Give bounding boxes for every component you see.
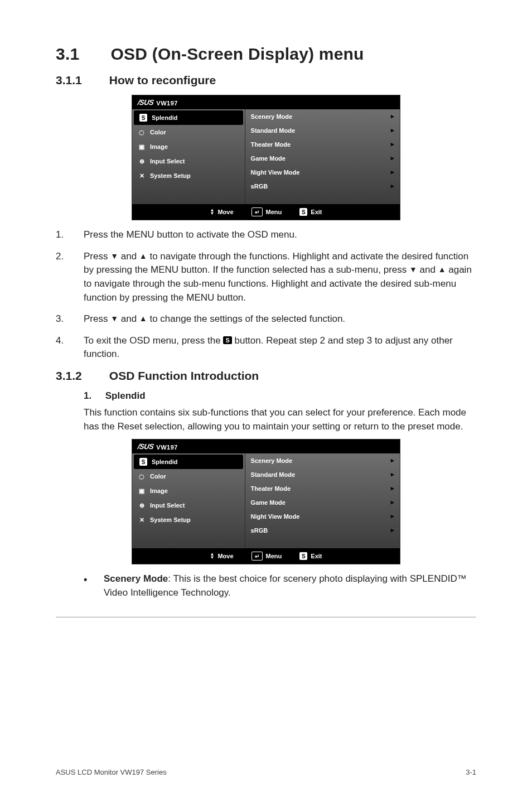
chevron-right-icon: ▸ [391, 485, 394, 492]
step-list: 1. Press the MENU button to activate the… [56, 228, 476, 361]
osd-item-label: Image [150, 487, 168, 494]
step-number: 2. [56, 250, 84, 305]
step-1: 1. Press the MENU button to activate the… [56, 228, 476, 242]
up-triangle-icon: ▲ [139, 252, 147, 260]
osd-item-label: Splendid [152, 114, 177, 121]
footer-left: ASUS LCD Monitor VW197 Series [56, 768, 167, 776]
osd-footer: ▲▼ Move ↵ Menu S Exit [132, 548, 400, 564]
subsection-title-text: OSD Function Introduction [109, 369, 259, 382]
osd-item-color[interactable]: ◌ Color [132, 469, 245, 484]
osd-mode-label: Theater Mode [251, 485, 291, 492]
s-key-icon: S [299, 552, 307, 560]
osd-hint-move: ▲▼ Move [210, 553, 234, 559]
osd-item-system-setup[interactable]: ✕ System Setup [132, 513, 245, 527]
osd-item-system-setup[interactable]: ✕ System Setup [132, 168, 245, 183]
osd-hint-label: Menu [266, 553, 282, 559]
enter-icon: ↵ [252, 207, 263, 216]
osd-mode-srgb[interactable]: sRGB ▸ [245, 179, 400, 193]
osd-mode-label: Theater Mode [251, 141, 291, 148]
osd-mode-label: Night View Mode [251, 513, 300, 520]
step-text: Press the MENU button to activate the OS… [84, 228, 476, 242]
osd-mode-standard[interactable]: Standard Mode ▸ [245, 123, 400, 137]
setup-icon: ✕ [138, 516, 146, 524]
osd-hint-exit: S Exit [299, 208, 322, 216]
osd-item-color[interactable]: ◌ Color [132, 125, 245, 139]
osd-right-menu: Scenery Mode ▸ Standard Mode ▸ Theater M… [245, 453, 400, 548]
chevron-right-icon: ▸ [391, 127, 394, 134]
up-triangle-icon: ▲ [139, 315, 147, 322]
osd-hint-menu: ↵ Menu [252, 207, 282, 216]
bullet-list: • Scenery Mode: This is the best choice … [84, 572, 476, 600]
osd-item-input-select[interactable]: ⊕ Input Select [132, 498, 245, 513]
bullet-scenery: • Scenery Mode: This is the best choice … [84, 572, 476, 600]
osd-item-image[interactable]: ▣ Image [132, 484, 245, 498]
chevron-right-icon: ▸ [391, 526, 394, 534]
osd-right-menu: Scenery Mode ▸ Standard Mode ▸ Theater M… [245, 109, 400, 204]
subsection-heading: 3.1.2 OSD Function Introduction [56, 369, 476, 383]
osd-mode-night[interactable]: Night View Mode ▸ [245, 165, 400, 179]
chevron-right-icon: ▸ [391, 141, 394, 148]
splendid-description: This function contains six sub-functions… [84, 406, 476, 433]
osd-left-menu: S Splendid ◌ Color ▣ Image ⊕ Input Selec… [132, 453, 245, 548]
down-triangle-icon: ▼ [110, 252, 118, 260]
step-number: 4. [56, 334, 84, 361]
osd-titlebar: /SUS VW197 [132, 439, 400, 453]
item-title: Splendid [105, 390, 146, 401]
image-icon: ▣ [138, 143, 146, 151]
section-number: 3.1 [56, 45, 106, 64]
osd-item-splendid[interactable]: S Splendid [134, 110, 243, 125]
osd-mode-game[interactable]: Game Mode ▸ [245, 495, 400, 509]
osd-hint-move: ▲▼ Move [210, 209, 234, 215]
osd-mode-scenery[interactable]: Scenery Mode ▸ [245, 109, 400, 123]
chevron-right-icon: ▸ [391, 113, 394, 120]
osd-mode-theater[interactable]: Theater Mode ▸ [245, 481, 400, 495]
color-icon: ◌ [138, 472, 146, 480]
step-number: 1. [56, 228, 84, 242]
osd-panel: /SUS VW197 S Splendid ◌ Color ▣ Image ⊕ [132, 95, 400, 220]
updown-icon: ▲▼ [210, 209, 215, 215]
osd-mode-label: Standard Mode [251, 127, 295, 134]
osd-hint-label: Menu [266, 209, 282, 215]
subsection-number: 3.1.2 [56, 369, 106, 383]
osd-item-label: System Setup [150, 516, 191, 523]
step-4: 4. To exit the OSD menu, press the S but… [56, 334, 476, 361]
osd-item-label: Color [150, 129, 166, 136]
chevron-right-icon: ▸ [391, 182, 394, 190]
bullet-text: Scenery Mode: This is the best choice fo… [104, 572, 476, 600]
section-title-text: OSD (On-Screen Display) menu [111, 45, 364, 63]
splendid-icon: S [139, 458, 147, 466]
osd-hint-label: Exit [311, 209, 322, 215]
osd-left-menu: S Splendid ◌ Color ▣ Image ⊕ Input Selec… [132, 109, 245, 204]
osd-mode-game[interactable]: Game Mode ▸ [245, 151, 400, 165]
s-button-icon: S [223, 336, 231, 344]
osd-item-splendid[interactable]: S Splendid [134, 455, 243, 469]
chevron-right-icon: ▸ [391, 154, 394, 162]
osd-panel: /SUS VW197 S Splendid ◌ Color ▣ Image ⊕ [132, 439, 400, 564]
splendid-icon: S [139, 114, 147, 122]
down-triangle-icon: ▼ [409, 265, 417, 273]
osd-mode-label: Standard Mode [251, 471, 295, 478]
osd-item-input-select[interactable]: ⊕ Input Select [132, 154, 245, 168]
subsection-heading: 3.1.1 How to reconfigure [56, 74, 476, 87]
up-triangle-icon: ▲ [438, 265, 446, 273]
step-text: Press ▼ and ▲ to change the settings of … [84, 312, 476, 326]
osd-titlebar: /SUS VW197 [132, 95, 400, 109]
osd-model: VW197 [156, 100, 178, 107]
osd-mode-srgb[interactable]: sRGB ▸ [245, 523, 400, 537]
osd-mode-scenery[interactable]: Scenery Mode ▸ [245, 453, 400, 467]
item-index: 1. [84, 390, 103, 402]
splendid-heading: 1. Splendid [84, 390, 476, 402]
step-text: Press ▼ and ▲ to navigate through the fu… [84, 250, 476, 305]
osd-mode-night[interactable]: Night View Mode ▸ [245, 509, 400, 523]
osd-hint-menu: ↵ Menu [252, 552, 282, 561]
osd-mode-theater[interactable]: Theater Mode ▸ [245, 137, 400, 151]
s-key-icon: S [299, 208, 307, 216]
osd-mode-standard[interactable]: Standard Mode ▸ [245, 467, 400, 481]
chevron-right-icon: ▸ [391, 499, 394, 506]
osd-mode-label: Game Mode [251, 155, 286, 162]
section-heading: 3.1 OSD (On-Screen Display) menu [56, 45, 476, 64]
osd-item-image[interactable]: ▣ Image [132, 139, 245, 154]
osd-item-label: System Setup [150, 172, 191, 179]
down-triangle-icon: ▼ [110, 315, 118, 322]
osd-hint-label: Move [217, 209, 233, 215]
